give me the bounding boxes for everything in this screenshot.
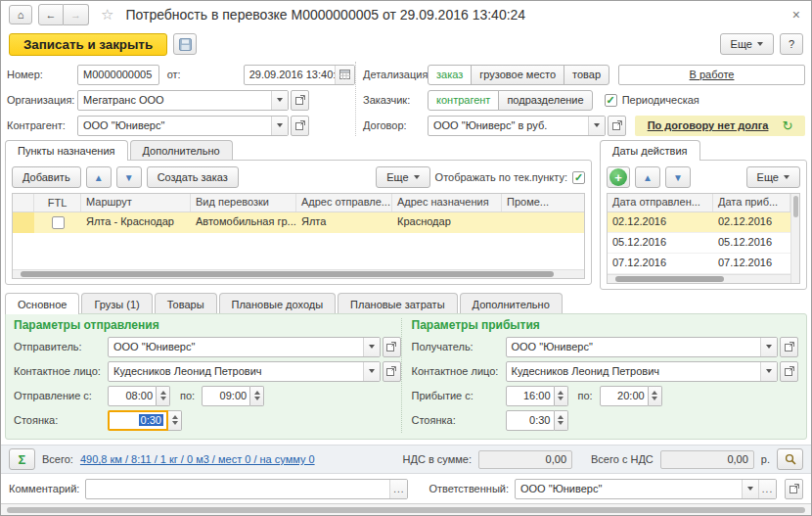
ellipsis-button[interactable]: ...: [389, 480, 407, 498]
receiver-combo[interactable]: ООО "Юниверс": [506, 337, 779, 357]
tab-dates[interactable]: Даты действия: [600, 140, 700, 161]
add-button[interactable]: Добавить: [12, 166, 81, 188]
chevron-down-icon[interactable]: [271, 117, 288, 135]
time-stepper[interactable]: [168, 410, 182, 431]
save-and-close-button[interactable]: Записать и закрыть: [9, 33, 167, 56]
spin-down-icon[interactable]: [160, 397, 166, 400]
contractor-open-button[interactable]: [291, 116, 309, 136]
move-down-button[interactable]: ▼: [116, 166, 142, 188]
spin-up-icon[interactable]: [172, 415, 178, 419]
chevron-down-icon[interactable]: [363, 338, 380, 356]
departure-time-from-input[interactable]: 08:00: [108, 386, 157, 406]
column-transport-type[interactable]: Вид перевозки: [191, 194, 296, 211]
scrollbar-thumb[interactable]: [615, 276, 724, 282]
comment-input[interactable]: ...: [85, 479, 408, 499]
departure-contact-combo[interactable]: Кудесников Леонид Петрович: [108, 361, 381, 382]
departure-contact-open-button[interactable]: [383, 361, 401, 382]
save-button[interactable]: [173, 33, 197, 55]
column-departure-address[interactable]: Адрес отправле...: [296, 194, 392, 211]
refresh-icon[interactable]: ↻: [782, 118, 792, 133]
detail-option-order[interactable]: заказ: [428, 65, 472, 85]
customer-option-contractor[interactable]: контрагент: [428, 90, 499, 111]
scrollbar-thumb[interactable]: [7, 507, 805, 513]
time-stepper[interactable]: [649, 386, 662, 406]
chevron-down-icon[interactable]: [271, 91, 288, 110]
horizontal-scrollbar[interactable]: [608, 274, 790, 283]
arrival-contact-combo[interactable]: Кудесников Леонид Петрович: [506, 361, 779, 382]
horizontal-scrollbar[interactable]: [13, 269, 584, 278]
ellipsis-button[interactable]: ...: [758, 480, 776, 498]
departure-parking-input[interactable]: 0:30: [108, 410, 168, 431]
destinations-more-button[interactable]: Еще: [376, 166, 429, 188]
organization-combo[interactable]: Мегатранс ООО: [77, 90, 289, 111]
status-link[interactable]: В работе: [690, 69, 735, 80]
spin-down-icon[interactable]: [558, 397, 564, 400]
calendar-icon[interactable]: [335, 66, 354, 84]
add-date-button[interactable]: +: [607, 166, 630, 188]
organization-open-button[interactable]: [291, 90, 309, 111]
spin-up-icon[interactable]: [558, 415, 564, 419]
time-stepper[interactable]: [555, 410, 568, 431]
tab-destinations[interactable]: Пункты назначения: [5, 140, 128, 161]
time-stepper[interactable]: [157, 386, 170, 406]
table-row[interactable]: 05.12.2016 05.12.2016: [608, 233, 790, 254]
tab-goods[interactable]: Товары: [155, 293, 217, 314]
total-link[interactable]: 490,8 км / 8:11 / 1 кг / 0 м3 / мест 0 /…: [80, 453, 315, 465]
dates-move-up-button[interactable]: ▲: [635, 166, 660, 188]
sender-open-button[interactable]: [383, 337, 401, 357]
tab-planned-income[interactable]: Плановые доходы: [219, 293, 337, 314]
column-arrival-date[interactable]: Дата приб...: [713, 194, 790, 211]
contractor-combo[interactable]: ООО "Юниверс": [77, 116, 289, 136]
table-row[interactable]: 07.12.2016 07.12.2016: [608, 254, 790, 274]
column-route[interactable]: Маршрут: [81, 194, 191, 211]
chevron-down-icon[interactable]: [760, 362, 777, 381]
arrival-contact-open-button[interactable]: [780, 361, 798, 382]
contract-combo[interactable]: ООО "Юниверс" в руб.: [428, 116, 606, 136]
detail-option-goods[interactable]: товар: [564, 65, 609, 85]
chevron-down-icon[interactable]: [588, 117, 605, 135]
move-up-button[interactable]: ▲: [86, 166, 112, 188]
spin-up-icon[interactable]: [160, 391, 166, 395]
back-button[interactable]: ←: [38, 4, 64, 25]
date-input[interactable]: 29.09.2016 13:40:24: [244, 65, 355, 85]
tab-additional[interactable]: Дополнительно: [130, 140, 233, 161]
totals-button[interactable]: Σ: [9, 448, 35, 470]
dates-move-down-button[interactable]: ▼: [665, 166, 691, 188]
spin-down-icon[interactable]: [652, 397, 657, 400]
periodic-checkbox[interactable]: ✓: [605, 94, 617, 107]
more-button[interactable]: Еще: [720, 33, 774, 55]
time-stepper[interactable]: [555, 386, 568, 406]
responsible-open-button[interactable]: [785, 479, 803, 499]
column-ftl[interactable]: FTL: [34, 194, 81, 211]
dates-more-button[interactable]: Еще: [746, 166, 800, 188]
spin-down-icon[interactable]: [254, 397, 260, 400]
column-intermediate[interactable]: Проме...: [502, 194, 584, 211]
chevron-down-icon[interactable]: [760, 338, 777, 356]
spin-up-icon[interactable]: [254, 391, 260, 395]
sender-combo[interactable]: ООО "Юниверс": [108, 337, 381, 357]
tab-cargo[interactable]: Грузы (1): [81, 293, 152, 314]
arrival-time-to-input[interactable]: 20:00: [600, 386, 649, 406]
contract-open-button[interactable]: [608, 116, 626, 136]
chevron-down-icon[interactable]: [742, 480, 758, 498]
arrival-parking-input[interactable]: 0:30: [506, 410, 555, 431]
price-check-button[interactable]: [777, 448, 803, 470]
chevron-down-icon[interactable]: [363, 362, 380, 381]
home-button[interactable]: ⌂: [9, 5, 32, 24]
number-input[interactable]: М0000000005: [77, 65, 159, 85]
table-row[interactable]: Ялта - Краснодар Автомобильная гр... Ялт…: [13, 212, 584, 233]
arrival-time-from-input[interactable]: 16:00: [506, 386, 555, 406]
spin-up-icon[interactable]: [558, 391, 564, 395]
tab-additional-main[interactable]: Дополнительно: [460, 293, 563, 314]
show-current-checkbox[interactable]: ✓: [572, 171, 585, 184]
detail-option-cargo-place[interactable]: грузовое место: [471, 65, 564, 85]
tab-planned-costs[interactable]: Плановые затраты: [338, 293, 457, 314]
forward-button[interactable]: →: [64, 4, 89, 25]
spin-down-icon[interactable]: [172, 421, 178, 425]
customer-option-department[interactable]: подразделение: [498, 90, 592, 111]
spin-up-icon[interactable]: [652, 391, 657, 395]
receiver-open-button[interactable]: [780, 337, 798, 357]
table-row[interactable]: 02.12.2016 02.12.2016: [608, 212, 790, 233]
create-order-button[interactable]: Создать заказ: [147, 166, 239, 188]
spin-down-icon[interactable]: [558, 421, 564, 425]
